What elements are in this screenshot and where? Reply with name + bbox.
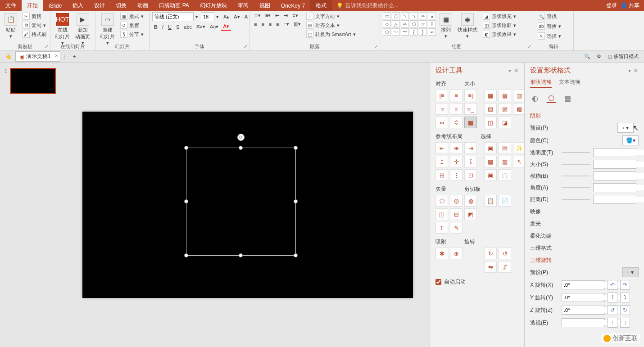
z-rot-cw[interactable]: ↻ (620, 305, 630, 315)
vec-1[interactable]: ⬠ (435, 195, 448, 207)
font-size-input[interactable] (201, 12, 214, 21)
align-bottom-btn[interactable]: ≡_ (464, 103, 477, 115)
slide[interactable]: ⟳ (82, 112, 413, 298)
dist-h-btn[interactable]: ⇔ (435, 117, 448, 128)
reflection-section[interactable]: 映像 (530, 205, 639, 217)
tab-view[interactable]: 视图 (254, 0, 276, 11)
tab-review[interactable]: 审阅 (232, 0, 254, 11)
effects-category[interactable]: ⬠ (546, 93, 556, 103)
shadow-size-input[interactable] (594, 162, 644, 167)
bold-button[interactable]: B (152, 24, 159, 30)
line-spacing-button[interactable]: ‡▾ (290, 12, 299, 19)
rotate-handle[interactable]: ⟳ (237, 134, 245, 141)
shape-effects-button[interactable]: ◐形状效果 ▾ (481, 30, 518, 38)
arrange-button[interactable]: ▦排列▾ (438, 12, 454, 40)
size-7-btn[interactable]: ◫ (484, 117, 497, 128)
case-button[interactable]: Aa▾ (208, 23, 220, 30)
align-right-btn[interactable]: ≡| (464, 90, 477, 101)
smartart-button[interactable]: ◫转换为 SmartArt ▾ (304, 30, 357, 38)
text-options-tab[interactable]: 文本选项 (559, 78, 581, 88)
shape-options-tab[interactable]: 形状选项 (530, 78, 552, 88)
z-rotation-input[interactable] (562, 307, 628, 313)
size-3-btn[interactable]: ▥ (513, 90, 526, 101)
shadow-color-picker[interactable]: 🪣▾ (622, 135, 639, 145)
align-center-h-btn[interactable]: ≡ (450, 90, 463, 101)
slide-thumbnail-1[interactable] (10, 68, 56, 94)
blur-input[interactable] (594, 173, 644, 179)
distance-slider[interactable] (562, 199, 590, 200)
rot-3[interactable]: ⇋ (484, 261, 497, 273)
auto-start-checkbox[interactable] (435, 279, 441, 285)
tab-onekey[interactable]: OneKey 7 (276, 0, 310, 11)
distribute-button[interactable]: ≡▾ (282, 21, 291, 27)
rot-1[interactable]: ↻ (484, 248, 497, 259)
vec-3[interactable]: ◍ (464, 195, 477, 207)
tab-format[interactable]: 格式 (310, 0, 332, 11)
clip-2[interactable]: 📄 (499, 195, 511, 207)
rot-4[interactable]: ⇵ (499, 261, 511, 273)
font-color-button[interactable]: A▾ (221, 23, 231, 31)
threed-rotation-section[interactable]: 三维旋转 (530, 254, 639, 266)
document-tab[interactable]: ▣ 演示文稿1 × (15, 51, 60, 62)
sel-6[interactable]: ↖ (513, 156, 526, 167)
size-6-btn[interactable]: ▩ (513, 103, 526, 115)
snap-1[interactable]: ✱ (435, 248, 448, 259)
shape-outline-button[interactable]: ◫形状轮廓 ▾ (481, 21, 518, 29)
numbering-button[interactable]: ≡▾ (263, 12, 272, 19)
align-text-button[interactable]: ⊟对齐文本 ▾ (304, 21, 357, 29)
vec-4[interactable]: ◫ (435, 208, 448, 220)
tab-islide[interactable]: iSlide (43, 0, 67, 11)
text-direction-button[interactable]: ↕文字方向 ▾ (304, 12, 357, 20)
add-tab-button[interactable]: + (69, 53, 80, 61)
vec-2[interactable]: ◎ (450, 195, 463, 207)
guide-3[interactable]: ⇥ (464, 142, 477, 154)
vec-6[interactable]: ◩ (464, 208, 477, 220)
y-rot-up[interactable]: ⤴ (608, 293, 617, 302)
shape-fill-button[interactable]: ◢形状填充 ▾ (481, 12, 518, 20)
fill-line-category[interactable]: ◐ (530, 93, 540, 103)
tab-insert[interactable]: 插入 (67, 0, 89, 11)
multiwindow-button[interactable]: ◫ 多窗口模式 (606, 53, 640, 60)
dist-v-btn[interactable]: ⇕ (450, 117, 463, 128)
clip-1[interactable]: 📋 (484, 195, 497, 207)
angle-input[interactable] (594, 185, 644, 190)
resize-handle-l[interactable] (184, 199, 188, 203)
size-1-btn[interactable]: ▦ (484, 90, 497, 101)
resize-handle-bl[interactable] (184, 253, 188, 257)
quick-styles-button[interactable]: ◉快速样式▾ (456, 12, 479, 40)
reset-button[interactable]: ↺重置 (118, 21, 145, 29)
panel-close-button-2[interactable]: ✕ (632, 68, 639, 74)
strike-button[interactable]: S (174, 24, 181, 30)
spacing-button[interactable]: AV▾ (195, 23, 207, 30)
z-rot-ccw[interactable]: ↺ (608, 305, 617, 315)
editor-canvas[interactable]: ⟳ (65, 63, 430, 347)
tab-design[interactable]: 设计 (89, 0, 110, 11)
guide-2[interactable]: ⇹ (450, 142, 463, 154)
font-launcher[interactable]: ⤢ (243, 44, 248, 50)
tell-me[interactable]: 💡 告诉我您想要做什么... (332, 0, 403, 11)
layout-button[interactable]: ▦版式 ▾ (118, 12, 145, 20)
close-tab-button[interactable]: × (55, 53, 58, 59)
threed-format-section[interactable]: 三维格式 (530, 242, 639, 254)
x-rotation-input[interactable] (562, 282, 628, 288)
rot-preset-picker[interactable]: ▫ ▾ (622, 267, 639, 277)
persp-up[interactable]: ↑ (608, 318, 617, 328)
resize-handle-t[interactable] (239, 146, 243, 150)
copy-button[interactable]: ⧉复制 ▾ (21, 21, 48, 29)
tab-file[interactable]: 文件 (0, 0, 22, 11)
glow-section[interactable]: 发光 (530, 217, 639, 230)
guide-7[interactable]: ⊞ (435, 169, 448, 181)
distance-input[interactable] (594, 197, 644, 202)
tab-home[interactable]: 开始 (22, 0, 43, 11)
drawing-launcher[interactable]: ⤢ (526, 44, 532, 50)
vec-5[interactable]: ⊟ (450, 208, 463, 220)
guide-8[interactable]: ⋮ (450, 169, 463, 181)
sel-2[interactable]: ▤ (499, 142, 511, 154)
sel-3[interactable]: ✨ (513, 142, 526, 154)
share-button[interactable]: 👤 共享 (621, 2, 639, 9)
guide-9[interactable]: ⊡ (464, 169, 477, 181)
selected-shape[interactable]: ⟳ (186, 148, 296, 256)
clipboard-launcher[interactable]: ⤢ (44, 44, 49, 50)
size-4-btn[interactable]: ▧ (484, 103, 497, 115)
tab-transitions[interactable]: 切换 (110, 0, 132, 11)
